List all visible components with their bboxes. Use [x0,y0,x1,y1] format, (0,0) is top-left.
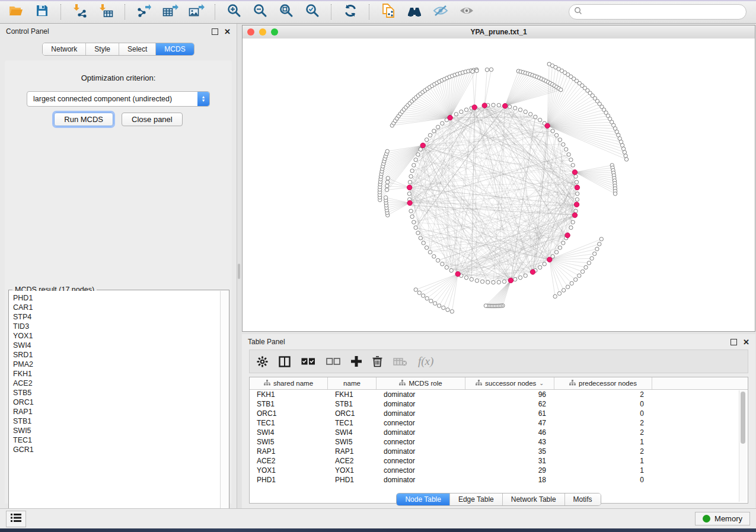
criterion-dropdown[interactable]: largest connected component (undirected)… [27,91,210,107]
mcds-list-scrollbar[interactable] [220,291,228,510]
import-network-button[interactable] [69,2,91,21]
float-panel-icon[interactable] [212,28,218,35]
table-row[interactable]: SWI4SWI4dominator462 [250,428,748,437]
mcds-result-item[interactable]: YOX1 [13,331,221,341]
apply-style-button[interactable] [339,2,362,21]
show-panels-button[interactable] [6,511,26,527]
mcds-result-item[interactable]: SRD1 [13,350,221,360]
mcds-result-item[interactable]: ACE2 [13,379,221,388]
mcds-result-item[interactable]: CAR1 [13,303,221,312]
cell-MCDS-role: dominator [377,447,465,456]
cell-predecessor-nodes: 2 [554,419,652,427]
zoom-out-button[interactable] [249,2,272,21]
float-table-panel-icon[interactable] [731,339,737,345]
select-all-button[interactable] [301,358,315,365]
tab-style[interactable]: Style [86,43,119,55]
mcds-result-item[interactable]: PHD1 [13,293,221,303]
cell-shared-name: ORC1 [250,409,328,418]
tab-motifs[interactable]: Motifs [565,493,601,505]
cell-name: STB1 [328,400,377,408]
optimization-criterion-label: Optimization criterion: [5,73,232,82]
mcds-result-item[interactable]: PMA2 [13,360,221,369]
network-canvas[interactable] [243,39,755,331]
table-row[interactable]: ORC1ORC1dominator610 [250,409,748,418]
column-header-successor-nodes[interactable]: successor nodes⌄ [465,377,554,389]
table-settings-button[interactable] [257,356,268,367]
tab-edge-table[interactable]: Edge Table [450,493,503,505]
mcds-result-item[interactable]: STP4 [13,312,221,322]
mcds-result-item[interactable]: FKH1 [13,369,221,379]
export-network-button[interactable] [133,2,155,21]
cell-shared-name: ACE2 [250,457,328,465]
column-header-predecessor-nodes[interactable]: predecessor nodes [554,377,652,389]
zoom-fit-button[interactable] [275,2,298,21]
find-button[interactable] [403,2,426,21]
tab-mcds[interactable]: MCDS [156,43,193,55]
show-all-button[interactable] [455,2,478,21]
table-scrollbar-thumb[interactable] [741,392,745,444]
network-window-titlebar[interactable]: YPA_prune.txt_1 [243,25,755,39]
table-row[interactable]: SWI5SWI5connector431 [250,437,748,447]
mcds-tab-content: Optimization criterion: largest connecte… [5,60,232,504]
clone-network-button[interactable] [377,2,400,21]
column-header-shared-name[interactable]: shared name [250,377,328,389]
mcds-result-item[interactable]: RAP1 [13,407,221,416]
mcds-result-item[interactable]: STB1 [13,416,221,426]
close-panel-button[interactable]: Close panel [122,113,183,126]
table-row[interactable]: PHD1PHD1dominator180 [250,475,748,485]
control-panel-titlebar: Control Panel ✕ [0,24,237,39]
tab-select[interactable]: Select [119,43,156,55]
panel-divider[interactable] [237,24,241,508]
mcds-result-item[interactable]: TID3 [13,322,221,331]
cell-name: RAP1 [328,447,377,456]
cell-shared-name: RAP1 [250,447,328,456]
divider-grip[interactable] [238,264,240,279]
mcds-result-item[interactable]: SWI5 [13,426,221,435]
memory-button[interactable]: Memory [695,512,750,525]
zoom-in-button[interactable] [223,2,245,21]
table-scrollbar[interactable] [739,390,747,502]
export-image-button[interactable] [185,2,208,21]
tab-network[interactable]: Network [43,43,86,55]
cell-shared-name: SWI5 [250,438,328,446]
table-row[interactable]: TEC1TEC1connector472 [250,418,748,428]
mcds-result-item[interactable]: STB5 [13,388,221,398]
dropdown-stepper-icon: ▲▼ [197,92,209,106]
import-table-button[interactable] [95,2,117,21]
table-row[interactable]: FKH1FKH1dominator962 [250,390,748,399]
table-row[interactable]: ACE2ACE2connector311 [250,456,748,466]
open-file-button[interactable] [5,2,27,21]
delete-table-button-disabled [393,357,407,366]
tab-network-table[interactable]: Network Table [503,493,565,505]
mcds-result-item[interactable]: SWI4 [13,341,221,350]
close-table-panel-icon[interactable]: ✕ [743,339,749,345]
toolbar-separator [331,4,332,20]
run-mcds-button[interactable]: Run MCDS [54,113,113,126]
mcds-result-item[interactable]: ORC1 [13,398,221,407]
zoom-selected-button[interactable] [301,2,324,21]
cell-successor-nodes: 46 [465,428,554,437]
mcds-result-item[interactable]: GCR1 [13,445,221,454]
export-table-button[interactable] [159,2,181,21]
close-panel-icon[interactable]: ✕ [224,29,231,34]
table-row[interactable]: YOX1YOX1connector291 [250,466,748,475]
table-panel-tabs: Node TableEdge TableNetwork TableMotifs [396,493,601,506]
table-row[interactable]: RAP1RAP1dominator352 [250,447,748,456]
add-column-button[interactable] [351,356,362,367]
hide-selected-button[interactable] [429,2,452,21]
column-header-name[interactable]: name [328,377,377,389]
delete-column-button[interactable] [372,356,382,367]
cell-predecessor-nodes: 1 [554,466,652,475]
search-box[interactable] [569,4,747,20]
tab-node-table[interactable]: Node Table [397,493,450,505]
cell-successor-nodes: 29 [465,466,554,475]
column-header-MCDS-role[interactable]: MCDS role [377,377,465,389]
control-panel: Control Panel ✕ NetworkStyleSelectMCDS O… [0,24,237,508]
attribute-type-icon [476,380,482,387]
deselect-all-button[interactable] [326,358,340,365]
toggle-columns-button[interactable] [279,356,291,367]
mcds-result-item[interactable]: TEC1 [13,435,221,445]
save-session-button[interactable] [31,2,53,21]
search-input[interactable] [586,7,741,17]
table-row[interactable]: STB1STB1dominator620 [250,399,748,409]
